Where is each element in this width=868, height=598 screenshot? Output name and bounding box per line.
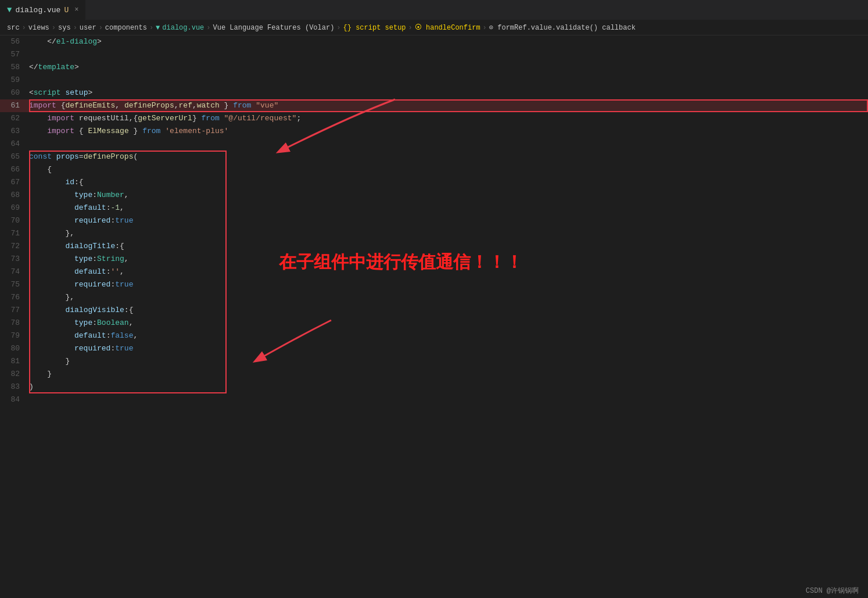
footer: CSDN @许锅锅啊 bbox=[797, 583, 868, 598]
code-line-64: 64 bbox=[0, 138, 868, 151]
code-line-78: 78 type:Boolean, bbox=[0, 317, 868, 330]
code-line-69: 69 default:-1, bbox=[0, 202, 868, 214]
code-line-57: 57 bbox=[0, 48, 868, 61]
tab-dot: U bbox=[64, 6, 69, 15]
code-line-63: 63 import { ElMessage } from 'element-pl… bbox=[0, 125, 868, 138]
bc-components: components bbox=[105, 24, 147, 32]
code-line-84: 84 bbox=[0, 393, 868, 406]
tab-close-button[interactable]: × bbox=[74, 6, 78, 14]
bc-volar: Vue Language Features (Volar) bbox=[213, 24, 335, 32]
code-line-75: 75 required:true bbox=[0, 278, 868, 291]
code-line-77: 77 dialogVisible:{ bbox=[0, 304, 868, 317]
code-line-56: 56 </el-dialog> bbox=[0, 35, 868, 48]
tab-bar: ▼ dialog.vue U × bbox=[0, 0, 868, 20]
code-line-65: 65 const props=defineProps( bbox=[0, 151, 868, 163]
bc-vue-icon: ▼ bbox=[156, 24, 160, 32]
bc-handle-confirm: ⦿ handleConfirm bbox=[415, 23, 480, 32]
code-line-80: 80 required:true bbox=[0, 342, 868, 355]
bc-views: views bbox=[28, 24, 49, 32]
footer-text: CSDN @许锅锅啊 bbox=[806, 587, 859, 595]
code-line-59: 59 bbox=[0, 74, 868, 87]
code-line-81: 81 } bbox=[0, 355, 868, 368]
code-line-83: 83 ) bbox=[0, 381, 868, 393]
code-line-70: 70 required:true bbox=[0, 214, 868, 227]
code-line-68: 68 type:Number, bbox=[0, 189, 868, 202]
vue-icon: ▼ bbox=[7, 5, 12, 15]
code-line-58: 58 </template> bbox=[0, 61, 868, 74]
code-editor: 56 </el-dialog> 57 58 </template> 59 60 … bbox=[0, 35, 868, 406]
bc-callback: ⊙ formRef.value.validate() callback bbox=[489, 23, 636, 32]
code-line-62: 62 import requestUtil,{getServerUrl} fro… bbox=[0, 112, 868, 125]
breadcrumb: src › views › sys › user › components › … bbox=[0, 20, 868, 35]
bc-dialog-vue: dialog.vue bbox=[162, 24, 204, 32]
code-line-71: 71 }, bbox=[0, 227, 868, 240]
code-line-82: 82 } bbox=[0, 368, 868, 381]
code-line-66: 66 { bbox=[0, 163, 868, 176]
active-tab[interactable]: ▼ dialog.vue U × bbox=[0, 0, 86, 20]
bc-script-setup: {} script setup bbox=[343, 24, 406, 32]
tab-filename: dialog.vue bbox=[15, 6, 60, 15]
bc-user: user bbox=[80, 24, 96, 32]
code-line-79: 79 default:false, bbox=[0, 330, 868, 342]
bc-sys: sys bbox=[58, 24, 71, 32]
code-line-61: 61 import {defineEmits, defineProps,ref,… bbox=[0, 99, 868, 112]
bc-src: src bbox=[7, 24, 20, 32]
code-line-67: 67 id:{ bbox=[0, 176, 868, 189]
code-line-60: 60 <script setup> bbox=[0, 87, 868, 99]
code-line-76: 76 }, bbox=[0, 291, 868, 304]
annotation-text: 在子组件中进行传值通信！！！ bbox=[279, 250, 523, 274]
